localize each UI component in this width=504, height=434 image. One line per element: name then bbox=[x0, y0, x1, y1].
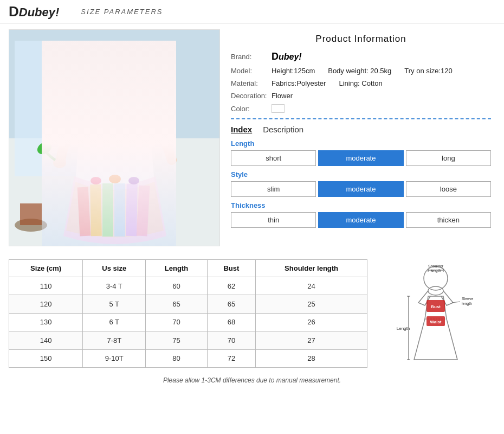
length-options: short moderate long bbox=[231, 150, 491, 166]
svg-text:length: length bbox=[462, 302, 472, 306]
table-row: 1407-8T757027 bbox=[9, 331, 367, 349]
brand-value: Dubey! bbox=[272, 51, 302, 62]
model-label: Model: bbox=[231, 67, 272, 75]
svg-rect-17 bbox=[77, 187, 91, 237]
lining-value: Lining: Cotton bbox=[339, 79, 382, 87]
material-label: Material: bbox=[231, 79, 272, 87]
product-info-title: Product Information bbox=[231, 34, 491, 44]
model-height: Height:125cm bbox=[272, 67, 315, 75]
col-us-size: Us size bbox=[83, 260, 146, 277]
svg-point-7 bbox=[91, 54, 139, 92]
svg-rect-20 bbox=[114, 183, 125, 237]
style-loose-btn[interactable]: loose bbox=[406, 181, 491, 197]
product-image bbox=[9, 29, 220, 246]
thickness-thin-btn[interactable]: thin bbox=[231, 212, 316, 228]
decoration-value: Flower bbox=[272, 92, 293, 100]
svg-point-24 bbox=[109, 175, 121, 183]
svg-point-23 bbox=[91, 177, 101, 184]
svg-text:length: length bbox=[430, 269, 441, 273]
svg-rect-13 bbox=[109, 105, 120, 114]
logo: DDubey! bbox=[9, 3, 59, 20]
table-row: 1205 T656525 bbox=[9, 295, 367, 313]
length-long-btn[interactable]: long bbox=[406, 150, 491, 166]
thickness-thicken-btn[interactable]: thicken bbox=[406, 212, 491, 228]
col-length: Length bbox=[146, 260, 207, 277]
style-moderate-btn[interactable]: moderate bbox=[318, 181, 403, 197]
svg-point-10 bbox=[111, 58, 119, 64]
style-selector: Style slim moderate loose bbox=[231, 170, 491, 197]
model-weight: Body weight: 20.5kg bbox=[328, 67, 391, 75]
svg-rect-21 bbox=[126, 184, 138, 236]
svg-rect-18 bbox=[90, 184, 102, 236]
svg-point-11 bbox=[119, 60, 127, 65]
svg-text:Shoulder: Shoulder bbox=[428, 264, 444, 268]
dress-figure bbox=[9, 30, 219, 246]
footer-note: Please allow 1-3CM differences due to ma… bbox=[0, 373, 504, 387]
svg-point-12 bbox=[127, 63, 134, 69]
table-row: 1306 T706826 bbox=[9, 313, 367, 331]
length-label: Length bbox=[231, 139, 491, 148]
svg-rect-2 bbox=[15, 41, 91, 176]
thickness-label: Thickness bbox=[231, 201, 491, 209]
style-options: slim moderate loose bbox=[231, 181, 491, 197]
svg-rect-5 bbox=[20, 203, 42, 225]
header: DDubey! SIZE PARAMETERS bbox=[0, 0, 504, 24]
size-table-section: Size (cm) Us size Length Bust Shoulder l… bbox=[0, 254, 504, 373]
svg-text:Length: Length bbox=[397, 326, 410, 331]
brand-row: Brand: Dubey! bbox=[231, 51, 491, 62]
product-info-panel: Product Information Brand: Dubey! Model:… bbox=[227, 29, 495, 246]
brand-label: Brand: bbox=[231, 53, 272, 61]
svg-point-8 bbox=[94, 63, 103, 70]
svg-point-14 bbox=[100, 115, 108, 124]
color-swatch[interactable] bbox=[272, 104, 285, 113]
thickness-options: thin moderate thicken bbox=[231, 212, 491, 228]
color-row: Color: bbox=[231, 104, 491, 113]
svg-point-33 bbox=[124, 85, 126, 87]
style-label: Style bbox=[231, 170, 491, 178]
svg-point-6 bbox=[92, 55, 138, 107]
material-row: Material: Fabrics:Polyester Lining: Cott… bbox=[231, 79, 491, 87]
material-value: Fabrics:Polyester bbox=[272, 79, 326, 87]
thickness-selector: Thickness thin moderate thicken bbox=[231, 201, 491, 228]
length-moderate-btn[interactable]: moderate bbox=[318, 150, 403, 166]
model-info: Height:125cm Body weight: 20.5kg Try on … bbox=[272, 67, 453, 75]
product-image-svg bbox=[9, 30, 220, 246]
tab-description[interactable]: Description bbox=[263, 125, 303, 134]
svg-point-25 bbox=[128, 177, 139, 184]
svg-text:Sleeve: Sleeve bbox=[462, 297, 474, 301]
svg-point-31 bbox=[121, 84, 126, 88]
svg-text:Bust: Bust bbox=[431, 304, 441, 309]
model-try-size: Try on size:120 bbox=[404, 67, 452, 75]
svg-point-35 bbox=[428, 286, 443, 295]
svg-point-9 bbox=[103, 60, 111, 65]
length-selector: Length short moderate long bbox=[231, 139, 491, 166]
svg-point-16 bbox=[116, 114, 125, 123]
svg-rect-19 bbox=[102, 183, 113, 237]
index-desc-tabs: Index Description bbox=[231, 125, 491, 134]
dress-diagram-svg: Bust Waist Shoulder length Sleeve length bbox=[382, 259, 490, 368]
svg-point-30 bbox=[105, 84, 109, 88]
decoration-row: Decoration: Flower bbox=[231, 92, 491, 100]
length-short-btn[interactable]: short bbox=[231, 150, 316, 166]
tab-index[interactable]: Index bbox=[231, 125, 252, 134]
svg-text:Waist: Waist bbox=[430, 320, 441, 324]
logo-d-letter: D bbox=[9, 3, 19, 20]
col-bust: Bust bbox=[207, 260, 255, 277]
table-row: 1103-4 T606224 bbox=[9, 277, 367, 295]
divider bbox=[231, 118, 491, 119]
main-top: Product Information Brand: Dubey! Model:… bbox=[0, 24, 504, 252]
diagram-area: Bust Waist Shoulder length Sleeve length bbox=[376, 259, 495, 368]
style-slim-btn[interactable]: slim bbox=[231, 181, 316, 197]
model-row: Model: Height:125cm Body weight: 20.5kg … bbox=[231, 67, 491, 75]
svg-line-48 bbox=[452, 302, 460, 303]
svg-point-28 bbox=[104, 83, 110, 91]
col-size: Size (cm) bbox=[9, 260, 83, 277]
col-shoulder: Shoulder length bbox=[256, 260, 367, 277]
color-label: Color: bbox=[231, 105, 272, 113]
dress-diagram: Bust Waist Shoulder length Sleeve length bbox=[397, 264, 474, 360]
table-row: 1509-10T807228 bbox=[9, 349, 367, 367]
thickness-moderate-btn[interactable]: moderate bbox=[318, 212, 403, 228]
decoration-label: Decoration: bbox=[231, 92, 272, 100]
svg-point-32 bbox=[108, 85, 109, 87]
svg-rect-3 bbox=[118, 52, 166, 149]
